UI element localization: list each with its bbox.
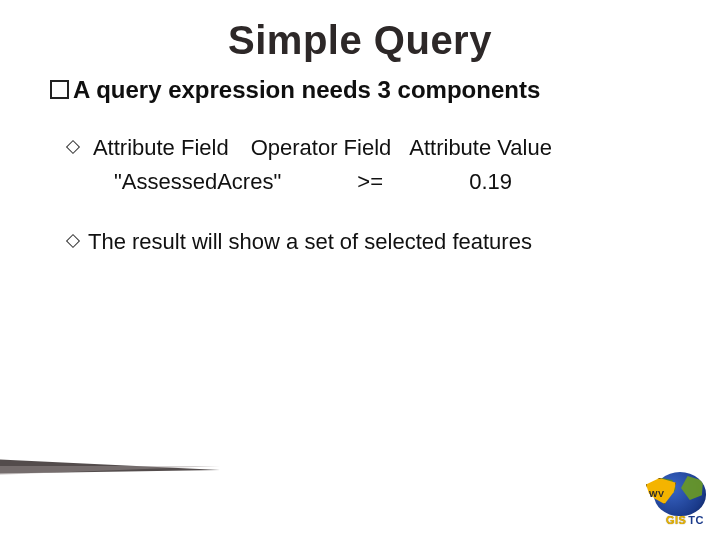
component-labels-row: Attribute FieldOperator FieldAttribute V… xyxy=(88,135,552,160)
logo-org: GISTC xyxy=(666,514,704,526)
bullet-diamond-icon xyxy=(66,234,80,248)
bullet-square-icon xyxy=(50,80,69,99)
result-line: The result will show a set of selected f… xyxy=(68,226,676,258)
label-operator-field: Operator Field xyxy=(251,135,392,160)
lead-text: query expression needs 3 components xyxy=(96,76,540,103)
example-attribute-field: "AssessedAcres" xyxy=(114,166,281,198)
logo: WV GISTC xyxy=(644,464,706,526)
logo-state-abbrev: WV xyxy=(649,489,665,499)
bullet-diamond-icon xyxy=(66,140,80,154)
slide-body: A query expression needs 3 components At… xyxy=(0,62,720,258)
component-example-row: "AssessedAcres" >= 0.19 xyxy=(114,166,676,198)
slide: Simple Query A query expression needs 3 … xyxy=(0,0,720,540)
slide-title: Simple Query xyxy=(0,0,720,62)
decorative-wedge xyxy=(0,452,240,482)
label-attribute-value: Attribute Value xyxy=(409,135,552,160)
components-block: Attribute FieldOperator FieldAttribute V… xyxy=(68,132,676,198)
example-operator-field: >= xyxy=(357,166,383,198)
lead-line: A query expression needs 3 components xyxy=(50,76,676,104)
wedge-light-icon xyxy=(0,466,220,476)
result-text: The result will show a set of selected f… xyxy=(88,229,532,254)
example-attribute-value: 0.19 xyxy=(469,166,512,198)
label-attribute-field: Attribute Field xyxy=(93,135,229,160)
logo-org-gis: GIS xyxy=(666,514,686,526)
lead-prefix: A xyxy=(73,76,89,103)
logo-org-tc: TC xyxy=(688,514,704,526)
